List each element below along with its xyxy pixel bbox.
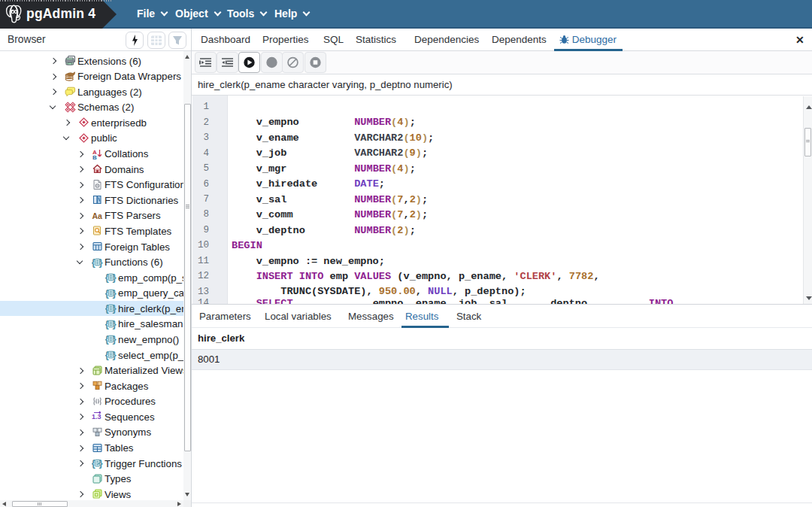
svg-text:1.3: 1.3: [92, 413, 102, 420]
svg-text:}: }: [113, 318, 117, 329]
svg-text:}: }: [113, 272, 117, 283]
svg-text:}: }: [113, 287, 117, 299]
svg-text:Aa: Aa: [92, 211, 103, 220]
svg-text:}: }: [113, 302, 117, 314]
svg-text:}: }: [113, 334, 117, 345]
svg-text:}: }: [113, 349, 117, 360]
svg-text:B: B: [92, 153, 97, 159]
svg-text:}: }: [99, 457, 103, 469]
svg-text:}: }: [99, 257, 103, 268]
